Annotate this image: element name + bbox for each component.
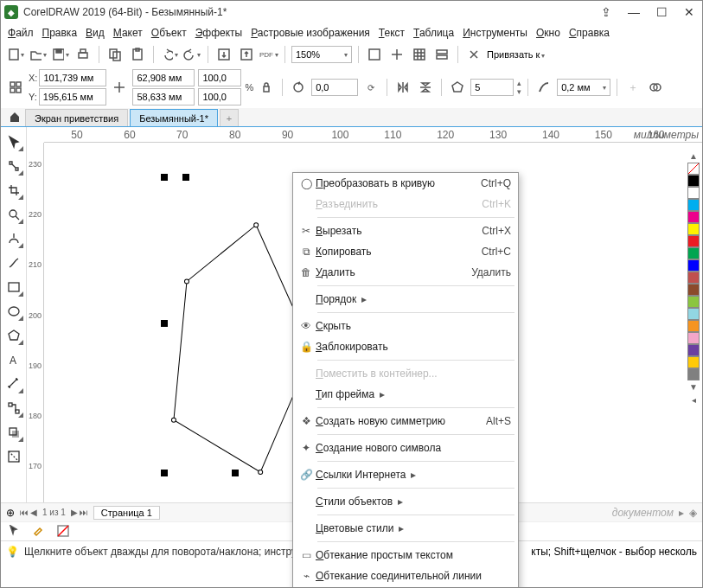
menu-help[interactable]: Справка: [569, 27, 610, 39]
sides-stepper[interactable]: ▴▾: [517, 79, 521, 96]
ctx-удалить[interactable]: 🗑УдалитьУдалить: [293, 262, 518, 283]
crop-tool[interactable]: [4, 181, 23, 200]
guides-button[interactable]: [432, 45, 451, 64]
copy-button[interactable]: [105, 45, 125, 64]
mirror-v[interactable]: [416, 78, 435, 97]
mirror-h[interactable]: [393, 78, 412, 97]
h-field[interactable]: [137, 92, 190, 102]
sy-field[interactable]: [202, 92, 237, 102]
swatch[interactable]: [687, 211, 700, 223]
open-button[interactable]: [29, 45, 48, 64]
ctx-ссылки-интернета[interactable]: 🔗Ссылки Интернета: [293, 464, 518, 485]
menu-tools[interactable]: Инструменты: [463, 27, 527, 39]
selection-handle[interactable]: [161, 470, 168, 476]
selection-handle[interactable]: [182, 174, 189, 181]
menu-file[interactable]: Файл: [8, 27, 34, 39]
new-button[interactable]: [6, 45, 25, 64]
menu-edit[interactable]: Правка: [42, 27, 78, 39]
swatch[interactable]: [687, 235, 700, 247]
ctx-преобразовать-в-кривую[interactable]: ◯Преобразовать в кривуюCtrl+Q: [293, 173, 518, 194]
ctx-обтекание-простым-текстом[interactable]: ▭Обтекание простым текстом: [293, 545, 518, 566]
polygon-tool[interactable]: [4, 326, 23, 345]
swatch[interactable]: [687, 332, 700, 344]
lock-ratio[interactable]: [257, 78, 276, 97]
menu-effects[interactable]: Эффекты: [195, 27, 243, 39]
swatch[interactable]: [687, 296, 700, 308]
swatch[interactable]: [687, 356, 700, 368]
swatch[interactable]: [687, 199, 700, 211]
dimension-tool[interactable]: [4, 374, 23, 393]
home-icon[interactable]: [6, 108, 23, 125]
selection-handle[interactable]: [161, 174, 168, 181]
swatch[interactable]: [687, 187, 700, 199]
page-tab[interactable]: Страница 1: [93, 506, 160, 520]
connector-tool[interactable]: [4, 399, 23, 418]
next-page[interactable]: ▶: [71, 508, 78, 517]
print-button[interactable]: [73, 45, 93, 64]
ctx-создание-нового-символа[interactable]: ✦Создание нового символа: [293, 438, 518, 458]
minimize-button[interactable]: —: [624, 4, 643, 20]
nav-right[interactable]: ▸: [679, 507, 684, 519]
swatch[interactable]: [687, 308, 700, 320]
last-page[interactable]: ⏭: [80, 508, 88, 517]
palette-up[interactable]: ▲: [689, 151, 698, 161]
w-field[interactable]: [137, 73, 190, 83]
ctx-скрыть[interactable]: 👁Скрыть: [293, 316, 518, 336]
text-tool[interactable]: A: [4, 350, 23, 369]
snap-toggle[interactable]: [464, 45, 483, 64]
ellipse-tool[interactable]: [4, 302, 23, 321]
ctx-вырезать[interactable]: ✂ВырезатьCtrl+X: [293, 220, 518, 241]
menu-view[interactable]: Вид: [86, 27, 105, 39]
ctx-копировать[interactable]: ⧉КопироватьCtrl+C: [293, 241, 518, 262]
import-button[interactable]: [214, 45, 233, 64]
selection-handle[interactable]: [161, 320, 168, 327]
save-button[interactable]: [51, 45, 70, 64]
menu-layout[interactable]: Макет: [113, 27, 143, 39]
menu-text[interactable]: Текст: [379, 27, 405, 39]
y-field[interactable]: [43, 92, 102, 102]
ctx-заблокировать[interactable]: 🔒Заблокировать: [293, 336, 518, 357]
shape-tool[interactable]: [4, 157, 23, 176]
swatch[interactable]: [687, 223, 700, 235]
undo-button[interactable]: [160, 45, 179, 64]
rulers-button[interactable]: [387, 45, 406, 64]
swatch[interactable]: [687, 247, 700, 259]
swatch[interactable]: [687, 175, 700, 187]
zoom-tool[interactable]: [4, 205, 23, 224]
sides-field[interactable]: [475, 82, 509, 93]
menu-table[interactable]: Таблица: [413, 27, 454, 39]
weld-button[interactable]: [646, 78, 665, 97]
export-button[interactable]: [237, 45, 256, 64]
ctx-цветовые-стили[interactable]: Цветовые стили: [293, 518, 518, 539]
export-icon[interactable]: ⇪: [597, 4, 616, 20]
grid-button[interactable]: [410, 45, 429, 64]
menu-bitmaps[interactable]: Растровые изображения: [251, 27, 370, 39]
close-button[interactable]: ✕: [680, 4, 699, 20]
no-fill-swatch[interactable]: [687, 163, 700, 175]
tab-document[interactable]: Безымянный-1*: [130, 109, 218, 126]
add-preset[interactable]: ＋: [623, 78, 642, 97]
tab-new[interactable]: +: [220, 109, 239, 126]
transparency-tool[interactable]: [4, 447, 23, 466]
publish-pdf-button[interactable]: PDF: [259, 45, 278, 64]
rectangle-tool[interactable]: [4, 278, 23, 297]
ctx-обтекание-соединительной-линии[interactable]: ⌁Обтекание соединительной линии: [293, 566, 518, 586]
ctx-порядок[interactable]: Порядок: [293, 289, 518, 310]
swatch[interactable]: [687, 344, 700, 356]
pick-tool[interactable]: [4, 132, 23, 151]
selection-handle[interactable]: [232, 470, 239, 476]
artistic-media-tool[interactable]: [4, 253, 23, 272]
zoom-field[interactable]: [291, 46, 352, 63]
palette-down[interactable]: ▼: [689, 382, 698, 392]
add-page-icon[interactable]: ⊕: [6, 507, 15, 519]
fullscreen-button[interactable]: [365, 45, 384, 64]
outline-width[interactable]: [561, 82, 601, 93]
ctx-создать-новую-симметрию[interactable]: ❖Создать новую симметриюAlt+S: [293, 411, 518, 431]
swatch[interactable]: [687, 284, 700, 296]
menu-object[interactable]: Объект: [151, 27, 187, 39]
ctx-стили-объектов[interactable]: Стили объектов: [293, 491, 518, 512]
ctx-тип-фрейма[interactable]: Тип фрейма: [293, 384, 518, 405]
menu-window[interactable]: Окно: [536, 27, 560, 39]
freehand-tool[interactable]: [4, 229, 23, 248]
swatch[interactable]: [687, 320, 700, 332]
